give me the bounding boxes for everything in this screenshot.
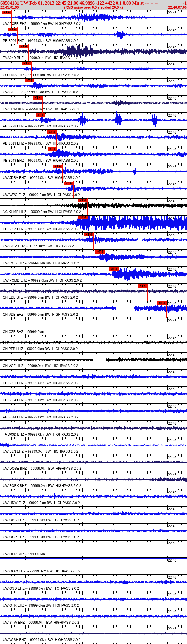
pick-flag[interactable]: ×T 4 xyxy=(78,199,88,202)
pick-flag[interactable]: ×T 4 xyxy=(64,182,73,185)
pick-line xyxy=(34,78,34,96)
pick-line xyxy=(28,44,29,61)
pick-flag[interactable]: ×T 4 xyxy=(138,284,147,288)
station-label: UW WPO EHZ -- 99999.0km BW HIGHPASS 2.0 … xyxy=(3,193,80,197)
trace-row[interactable]: 22:46 PB B014 EHZ -- 99999.0km BW HIGHPA… xyxy=(0,404,187,421)
minute-time-label: 22:46 xyxy=(168,285,176,289)
trace-row[interactable]: 22:46 UW STW EHZ -- 99999.0km BW HIGHPAS… xyxy=(0,609,187,626)
pick-flag[interactable]: ×T 4 xyxy=(109,267,119,271)
minute-time-label: 22:46 xyxy=(168,558,176,562)
pick-flag[interactable]: ×T 4 xyxy=(22,62,31,65)
trace-row[interactable]: 22:46 PB B928 EHZ -- 99999.0km BW HIGHPA… xyxy=(0,113,187,130)
trace-row[interactable]: 22:46 UW OCP EHZ -- 99999.0km BW HIGHPAS… xyxy=(0,523,187,540)
trace-row[interactable]: 22:46 UW OBC EHZ -- 99999.0km BW HIGHPAS… xyxy=(0,506,187,523)
trace-row[interactable]: 22:46 UW HDW EHZ -- 99999.0km BW HIGHPAS… xyxy=(0,489,187,506)
station-label: UW OOW EHZ -- 99999.0km BW HIGHPASS 2.0 … xyxy=(3,569,80,573)
trace-row[interactable]: 22:46 TA A04D BHZ -- 99999.0km BW HIGHPA… xyxy=(0,44,187,61)
minute-time-label: 22:46 xyxy=(168,11,176,15)
pick-line xyxy=(45,113,45,130)
trace-row[interactable]: 22:46 UW PCMD EHZ -- 99999.0km BW HIGHPA… xyxy=(0,267,187,284)
station-label: PB B004 EHZ -- 99999.0km BW HIGHPASS 2.0… xyxy=(3,398,78,402)
minute-time-label: 22:46 xyxy=(168,353,176,357)
trace-row[interactable]: 22:46 UW LRIV BHZ -- 99999.0km BW HIGHPA… xyxy=(0,96,187,113)
pick-flag[interactable]: ×T 4 xyxy=(78,216,88,219)
minute-time-label: 22:46 xyxy=(168,96,176,100)
trace-row[interactable]: 22:46 CN EDB BHZ -- 99999.0km BW HIGHPAS… xyxy=(0,284,187,301)
minute-time-label: 22:46 xyxy=(168,233,176,237)
trace-row[interactable]: 22:46 UW OSD EHZ -- 99999.0km BW HIGHPAS… xyxy=(0,575,187,592)
pick-flag[interactable]: ×T 4 xyxy=(48,147,57,151)
minute-time-label: 22:46 xyxy=(168,216,176,220)
trace-row[interactable]: 22:46 UW JDRV EHZ -- 99999.0km BW HIGHPA… xyxy=(0,164,187,181)
station-label: UW WISH BHZ -- 99999.0km BW HIGHPASS 2.0… xyxy=(3,638,80,642)
pick-flag[interactable]: ×T 4 xyxy=(2,11,11,14)
trace-row[interactable]: 22:46 UW WISH BHZ -- 99999.0km BW HIGHPA… xyxy=(0,626,187,643)
trace-row[interactable]: 22:46 CN VGZ HHZ -- 99999.0km BW HIGHPAS… xyxy=(0,352,187,369)
station-label: TA D03D BHZ -- 99999.0km BW HIGHPASS 2.0… xyxy=(3,432,78,436)
trace-row[interactable]: 22:46 CN VDB EHZ -- 99999.0km BW HIGHPAS… xyxy=(0,301,187,318)
event-summary-text: 60504181 UW Feb 01, 2013 22:45:21.00 46.… xyxy=(0,0,158,6)
station-label: PB B006 EHZ -- 99999.0km BW HIGHPASS 2.0… xyxy=(3,39,78,43)
trace-row[interactable]: 22:46 CN OZB BHZ -- 99999.0km xyxy=(0,318,187,335)
minute-time-label: 22:46 xyxy=(168,302,176,306)
trace-row[interactable]: 22:46 UW OFR BHZ -- 99999.0km xyxy=(0,540,187,558)
trace-row[interactable]: 22:46 UW WPO EHZ -- 99999.0km BW HIGHPAS… xyxy=(0,181,187,198)
trace-row[interactable]: 22:46 UW BLN EHZ -- 99999.0km BW HIGHPAS… xyxy=(0,438,187,455)
minute-time-label: 22:46 xyxy=(168,370,176,374)
trace-row[interactable]: 22:46 PB B013 EHZ -- 99999.0km BW HIGHPA… xyxy=(0,130,187,147)
trace-row[interactable]: 22:46 UW SQM EHZ -- 99999.0km BW HIGHPAS… xyxy=(0,232,187,250)
pick-line xyxy=(93,232,94,250)
trace-row[interactable]: 22:46 UW PCFR EHZ -- 99999.0km BW HIGHPA… xyxy=(0,10,187,27)
pick-line xyxy=(88,215,88,232)
pick-line xyxy=(17,27,18,44)
minute-time-label: 22:46 xyxy=(168,62,176,66)
minute-time-label: 22:46 xyxy=(168,473,176,477)
pick-flag[interactable]: ×T 4 xyxy=(8,28,17,31)
pick-flag[interactable]: ×T 4 xyxy=(53,165,62,168)
pick-flag[interactable]: ×T 4 xyxy=(95,250,105,254)
trace-row[interactable]: 22:46 UW OTR EHZ -- 99999.0km BW HIGHPAS… xyxy=(0,592,187,609)
trace-row[interactable]: 22:46 NC KHMB HHZ -- 99999.0km BW HIGHPA… xyxy=(0,198,187,215)
trace-row[interactable]: 22:46 PB B001 EHZ -- 99999.0km BW HIGHPA… xyxy=(0,369,187,386)
station-label: PB B003 EHZ -- 99999.0km BW HIGHPASS 2.0… xyxy=(3,227,78,231)
pick-flag[interactable]: ×T 4 xyxy=(19,45,29,48)
trace-row[interactable]: 22:46 PB B943 EHZ -- 99999.0km BW HIGHPA… xyxy=(0,147,187,164)
trace-row[interactable]: 22:46 UW RCS EHZ -- 99999.0km BW HIGHPAS… xyxy=(0,250,187,267)
station-label: UW JDRV EHZ -- 99999.0km BW HIGHPASS 2.0… xyxy=(3,176,80,180)
pick-line xyxy=(11,10,12,27)
station-label: UW OCP EHZ -- 99999.0km BW HIGHPASS 2.0 … xyxy=(3,535,79,539)
trace-row[interactable]: 22:46 PB B006 EHZ -- 99999.0km BW HIGHPA… xyxy=(0,27,187,44)
pick-flag[interactable]: ×T 4 xyxy=(47,130,57,134)
pick-flag[interactable]: ×T 4 xyxy=(84,233,93,236)
minute-time-label: 22:46 xyxy=(168,404,176,408)
trace-row[interactable]: 22:46 UW DOSE BHZ -- 99999.0km BW HIGHPA… xyxy=(0,455,187,472)
trace-row[interactable]: 22:46 UW FORK BHZ -- 99999.0km BW HIGHPA… xyxy=(0,472,187,489)
pick-flag[interactable]: ×T 4 xyxy=(157,301,167,305)
station-label: UW OFR BHZ -- 99999.0km xyxy=(3,552,45,556)
pick-flag[interactable]: ×T 4 xyxy=(33,96,42,100)
station-label: PB B013 EHZ -- 99999.0km BW HIGHPASS 2.0… xyxy=(3,141,78,145)
pick-flag[interactable]: ×T 4 xyxy=(36,113,45,117)
trace-row[interactable]: 22:46 PB B003 EHZ -- 99999.0km BW HIGHPA… xyxy=(0,215,187,232)
station-label: PB B001 EHZ -- 99999.0km BW HIGHPASS 2.0… xyxy=(3,381,78,385)
pick-flag[interactable]: ×T 4 xyxy=(25,79,34,82)
trace-row[interactable]: 22:46 PB B004 EHZ -- 99999.0km BW HIGHPA… xyxy=(0,386,187,404)
station-label: UW FORK BHZ -- 99999.0km BW HIGHPASS 2.0… xyxy=(3,484,81,488)
minute-time-label: 22:46 xyxy=(168,524,176,528)
station-label: UW PCFR EHZ -- 99999.0km BW HIGHPASS 2.0… xyxy=(3,22,81,26)
event-header: 60504181 UW Feb 01, 2013 22:45:21.00 46.… xyxy=(0,0,187,10)
minute-time-label: 22:46 xyxy=(168,507,176,511)
trace-row[interactable]: 22:46 UW SLF EHZ -- 99999.0km BW HIGHPAS… xyxy=(0,78,187,96)
trace-row[interactable]: 22:46 UO FRIS EHZ -- 99999.0km BW HIGHPA… xyxy=(0,61,187,78)
station-label: TA A04D BHZ -- 99999.0km BW HIGHPASS 2.0… xyxy=(3,56,78,60)
minute-time-label: 22:46 xyxy=(168,79,176,83)
station-label: UW RCS EHZ -- 99999.0km BW HIGHPASS 2.0 … xyxy=(3,261,79,265)
trace-row[interactable]: 22:46 UW OOW EHZ -- 99999.0km BW HIGHPAS… xyxy=(0,558,187,575)
pick-line xyxy=(31,61,32,78)
trace-row[interactable]: 22:46 TA D03D BHZ -- 99999.0km BW HIGHPA… xyxy=(0,421,187,438)
station-label: UW OBC EHZ -- 99999.0km BW HIGHPASS 2.0 … xyxy=(3,518,79,522)
pick-line xyxy=(147,284,148,301)
trace-row[interactable]: 22:46 CN PFB HHZ -- 99999.0km BW HIGHPAS… xyxy=(0,335,187,352)
station-label: CN VGZ HHZ -- 99999.0km BW HIGHPASS 2.0 … xyxy=(3,364,78,368)
minute-time-label: 22:46 xyxy=(168,114,176,118)
